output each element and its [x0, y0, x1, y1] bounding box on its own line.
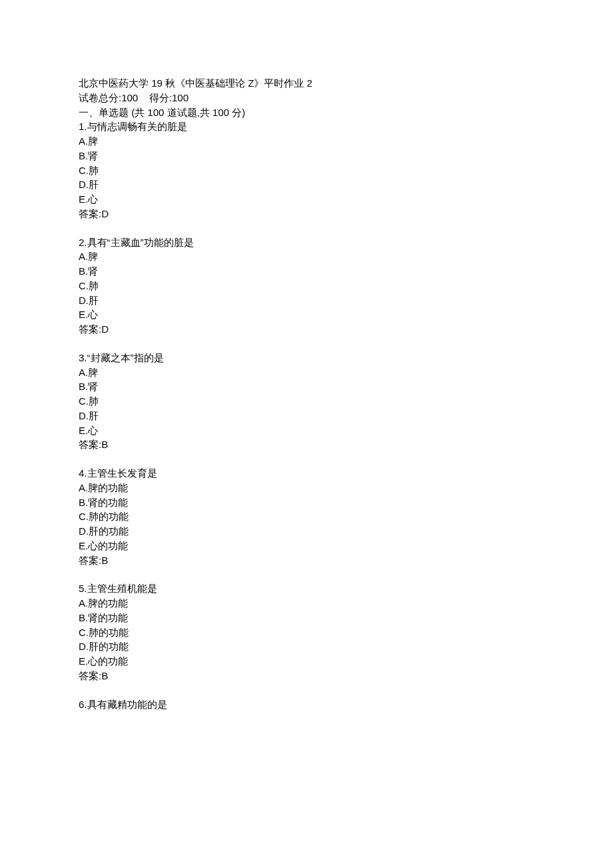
question-option: D.肝的功能 — [79, 639, 534, 654]
question-answer: 答案:D — [79, 322, 534, 337]
question-option: D.肝 — [79, 177, 534, 192]
question-block: 3.“封藏之本”指的是A.脾B.肾C.肺D.肝E.心答案:B — [79, 351, 534, 452]
section-heading: 一、单选题 (共 100 道试题,共 100 分) — [79, 105, 534, 120]
question-option: B.肾的功能 — [79, 611, 534, 625]
question-block: 1.与情志调畅有关的脏是A.脾B.肾C.肺D.肝E.心答案:D — [79, 119, 534, 221]
question-option: A.脾的功能 — [79, 596, 534, 611]
question-stem: 1.与情志调畅有关的脏是 — [79, 119, 534, 134]
question-option: B.肾 — [79, 264, 534, 279]
question-stem: 2.具有“主藏血”功能的脏是 — [79, 235, 534, 250]
question-option: D.肝 — [79, 409, 534, 423]
question-option: E.心 — [79, 307, 534, 322]
question-answer: 答案:D — [79, 207, 534, 221]
question-option: D.肝的功能 — [79, 524, 534, 539]
question-option: E.心 — [79, 192, 534, 207]
question-option: A.脾 — [79, 365, 534, 380]
question-answer: 答案:B — [79, 437, 534, 452]
question-block: 4.主管生长发育是A.脾的功能B.肾的功能C.肺的功能D.肝的功能E.心的功能答… — [79, 466, 534, 567]
question-option: C.肺的功能 — [79, 625, 534, 640]
question-option: E.心 — [79, 423, 534, 438]
question-option: A.脾的功能 — [79, 481, 534, 495]
question-option: C.肺 — [79, 394, 534, 409]
question-option: C.肺 — [79, 279, 534, 293]
question-option: E.心的功能 — [79, 654, 534, 669]
question-option: B.肾 — [79, 379, 534, 394]
question-answer: 答案:B — [79, 553, 534, 568]
question-block: 5.主管生殖机能是A.脾的功能B.肾的功能C.肺的功能D.肝的功能E.心的功能答… — [79, 581, 534, 683]
question-option: B.肾的功能 — [79, 495, 534, 510]
question-option: E.心的功能 — [79, 539, 534, 553]
question-option: C.肺的功能 — [79, 509, 534, 524]
question-stem: 4.主管生长发育是 — [79, 466, 534, 481]
question-option: A.脾 — [79, 134, 534, 149]
question-block: 6.具有藏精功能的是 — [79, 697, 534, 712]
document-page: 北京中医药大学 19 秋《中医基础理论 Z》平时作业 2 试卷总分:100 得分… — [0, 0, 613, 765]
question-answer: 答案:B — [79, 669, 534, 683]
question-stem: 5.主管生殖机能是 — [79, 581, 534, 596]
question-stem: 3.“封藏之本”指的是 — [79, 351, 534, 365]
question-option: D.肝 — [79, 293, 534, 308]
questions-container: 1.与情志调畅有关的脏是A.脾B.肾C.肺D.肝E.心答案:D2.具有“主藏血”… — [79, 119, 534, 711]
question-stem: 6.具有藏精功能的是 — [79, 697, 534, 712]
score-line: 试卷总分:100 得分:100 — [79, 91, 534, 105]
question-option: A.脾 — [79, 249, 534, 264]
question-block: 2.具有“主藏血”功能的脏是A.脾B.肾C.肺D.肝E.心答案:D — [79, 235, 534, 337]
question-option: C.肺 — [79, 163, 534, 178]
document-title: 北京中医药大学 19 秋《中医基础理论 Z》平时作业 2 — [79, 76, 534, 91]
question-option: B.肾 — [79, 149, 534, 163]
